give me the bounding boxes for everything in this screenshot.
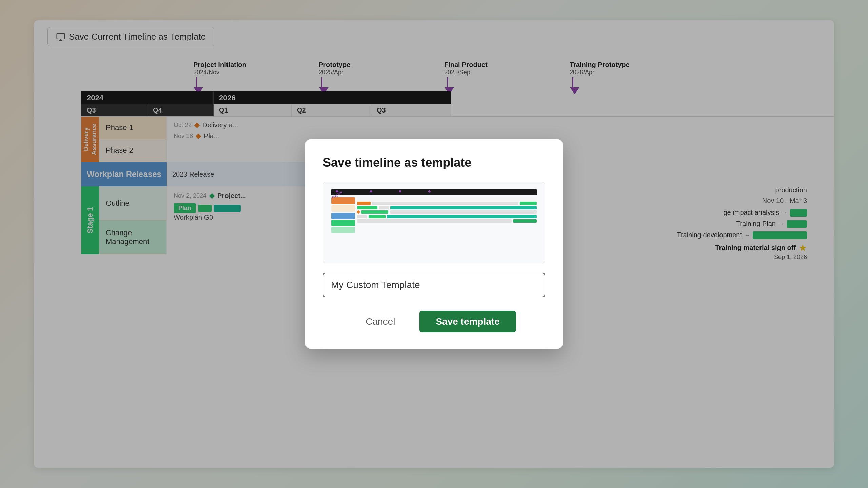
modal-preview-thumbnail: Proj Init bbox=[323, 182, 545, 263]
cancel-button[interactable]: Cancel bbox=[352, 311, 409, 332]
save-template-button-modal[interactable]: Save template bbox=[419, 311, 516, 332]
modal-title: Save timeline as template bbox=[323, 156, 545, 170]
modal-buttons: Cancel Save template bbox=[323, 311, 545, 332]
save-template-modal: Save timeline as template bbox=[305, 139, 563, 349]
modal-overlay: Save timeline as template bbox=[0, 0, 868, 488]
template-name-input[interactable] bbox=[323, 273, 545, 297]
